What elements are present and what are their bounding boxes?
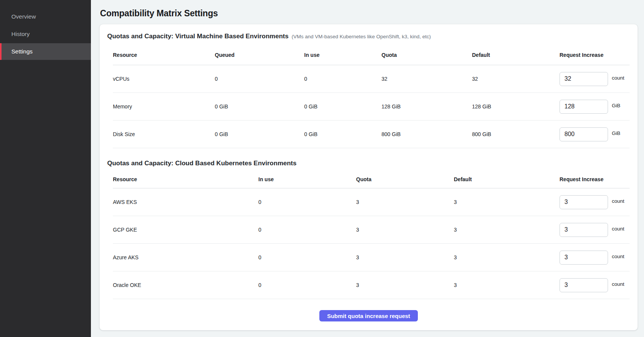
- column-header: Quota: [381, 52, 472, 58]
- column-header: Default: [454, 176, 560, 182]
- request-increase-cell: count: [560, 251, 630, 265]
- request-increase-input[interactable]: [560, 278, 608, 292]
- request-increase-input[interactable]: [560, 223, 608, 237]
- value-cell: 0 GiB: [215, 131, 304, 137]
- sections: Quotas and Capacity: Virtual Machine Bas…: [107, 33, 630, 299]
- column-header: Resource: [113, 176, 258, 182]
- table-row: Disk Size0 GiB0 GiB800 GiB800 GiBGiB: [113, 121, 630, 148]
- quota-table-0: ResourceQueuedIn useQuotaDefaultRequest …: [113, 45, 630, 148]
- column-header: Request Increase: [560, 52, 630, 58]
- resource-cell: vCPUs: [113, 76, 215, 82]
- value-cell: 3: [454, 199, 560, 205]
- value-cell: 0 GiB: [304, 103, 381, 110]
- column-header: In use: [258, 176, 356, 182]
- request-increase-input[interactable]: [560, 195, 608, 209]
- column-header: In use: [304, 52, 381, 58]
- sidebar-item-overview[interactable]: Overview: [0, 8, 91, 25]
- resource-cell: Azure AKS: [113, 254, 258, 260]
- request-increase-cell: GiB: [560, 100, 630, 114]
- sidebar-item-label: Settings: [11, 48, 33, 55]
- table-row: Oracle OKE033count: [113, 271, 630, 299]
- sidebar-item-history[interactable]: History: [0, 26, 91, 42]
- resource-cell: Oracle OKE: [113, 282, 258, 288]
- quota-section-1: Quotas and Capacity: Cloud Based Kuberne…: [107, 160, 630, 299]
- value-cell: 0: [258, 282, 356, 288]
- table-row: vCPUs003232count: [113, 65, 630, 93]
- table-row: Azure AKS033count: [113, 244, 630, 271]
- value-cell: 32: [472, 76, 560, 82]
- value-cell: 0: [258, 199, 356, 205]
- value-cell: 32: [381, 76, 472, 82]
- table-header-row: ResourceQueuedIn useQuotaDefaultRequest …: [113, 45, 630, 65]
- section-heading: Quotas and Capacity: Cloud Based Kuberne…: [107, 160, 297, 167]
- request-increase-cell: count: [560, 278, 630, 292]
- value-cell: 3: [356, 254, 454, 260]
- section-heading: Quotas and Capacity: Virtual Machine Bas…: [107, 33, 289, 40]
- value-cell: 3: [454, 254, 560, 260]
- value-cell: 3: [454, 282, 560, 288]
- quota-section-0: Quotas and Capacity: Virtual Machine Bas…: [107, 33, 630, 148]
- section-heading-row: Quotas and Capacity: Cloud Based Kuberne…: [107, 160, 630, 167]
- section-subtitle: (VMs and VM-based Kubernetes like OpenSh…: [292, 34, 431, 39]
- unit-label: GiB: [612, 103, 621, 108]
- settings-card: Quotas and Capacity: Virtual Machine Bas…: [99, 24, 638, 331]
- unit-label: count: [612, 254, 624, 259]
- value-cell: 3: [356, 282, 454, 288]
- sidebar-item-label: History: [11, 31, 30, 38]
- resource-cell: Memory: [113, 103, 215, 110]
- table-row: Memory0 GiB0 GiB128 GiB128 GiBGiB: [113, 93, 630, 121]
- quota-table-1: ResourceIn useQuotaDefaultRequest Increa…: [113, 170, 630, 299]
- submit-quota-button[interactable]: Submit quota increase request: [319, 310, 417, 321]
- table-row: AWS EKS033count: [113, 188, 630, 216]
- unit-label: count: [612, 75, 624, 81]
- sidebar-item-label: Overview: [11, 13, 36, 20]
- sidebar: OverviewHistorySettings: [0, 0, 91, 337]
- value-cell: 0 GiB: [215, 103, 304, 110]
- value-cell: 0 GiB: [304, 131, 381, 137]
- resource-cell: AWS EKS: [113, 199, 258, 205]
- value-cell: 800 GiB: [472, 131, 560, 137]
- value-cell: 3: [356, 227, 454, 233]
- unit-label: count: [612, 198, 624, 204]
- table-row: GCP GKE033count: [113, 216, 630, 244]
- request-increase-cell: GiB: [560, 127, 630, 141]
- value-cell: 800 GiB: [381, 131, 472, 137]
- value-cell: 128 GiB: [381, 103, 472, 110]
- value-cell: 0: [258, 254, 356, 260]
- column-header: Request Increase: [560, 176, 630, 182]
- request-increase-input[interactable]: [560, 127, 608, 141]
- table-header-row: ResourceIn useQuotaDefaultRequest Increa…: [113, 170, 630, 188]
- request-increase-cell: count: [560, 223, 630, 237]
- value-cell: 128 GiB: [472, 103, 560, 110]
- request-increase-input[interactable]: [560, 100, 608, 114]
- value-cell: 0: [215, 76, 304, 82]
- request-increase-cell: count: [560, 72, 630, 86]
- sidebar-item-settings[interactable]: Settings: [0, 43, 91, 60]
- column-header: Default: [472, 52, 560, 58]
- value-cell: 3: [356, 199, 454, 205]
- request-increase-input[interactable]: [560, 72, 608, 86]
- section-heading-row: Quotas and Capacity: Virtual Machine Bas…: [107, 33, 630, 40]
- unit-label: GiB: [612, 130, 621, 136]
- request-increase-cell: count: [560, 195, 630, 209]
- value-cell: 3: [454, 227, 560, 233]
- resource-cell: GCP GKE: [113, 227, 258, 233]
- value-cell: 0: [304, 76, 381, 82]
- unit-label: count: [612, 226, 624, 232]
- submit-row: Submit quota increase request: [107, 310, 630, 321]
- sidebar-nav: OverviewHistorySettings: [0, 8, 91, 60]
- column-header: Queued: [215, 52, 304, 58]
- request-increase-input[interactable]: [560, 251, 608, 265]
- column-header: Resource: [113, 52, 215, 58]
- page-title: Compatibility Matrix Settings: [100, 8, 638, 19]
- resource-cell: Disk Size: [113, 131, 215, 137]
- value-cell: 0: [258, 227, 356, 233]
- main-content: Compatibility Matrix Settings Quotas and…: [91, 0, 644, 337]
- unit-label: count: [612, 281, 624, 287]
- column-header: Quota: [356, 176, 454, 182]
